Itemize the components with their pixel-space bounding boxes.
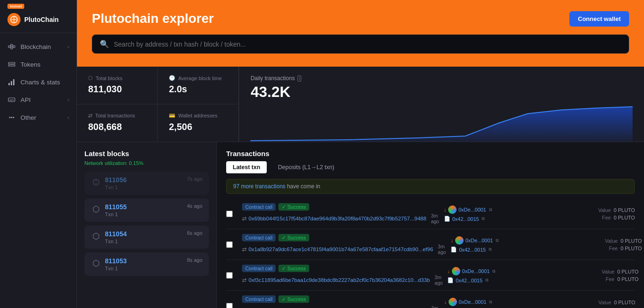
from-addr[interactable]: 0xDe...0001 (462, 268, 490, 274)
to-addr-row: 📄 0x42...0015 ⧉ (450, 246, 544, 253)
svg-rect-8 (11, 81, 12, 85)
avg-block-time-card: 🕐 Average block time 2.0s (158, 67, 238, 104)
badge-success: ✓ Success (278, 234, 309, 241)
badge-contract-call: Contract call (242, 203, 276, 211)
blockchain-chevron: › (68, 44, 69, 49)
total-blocks-label: ⬡ Total blocks (88, 75, 146, 81)
txn-main: Contract call ✓ Success ⇄ 0xf3c11895ad6b… (242, 265, 443, 286)
block-cube-icon (91, 231, 101, 241)
block-txn: Txn 1 (105, 185, 127, 190)
value-row: Value 0 PLUTO (545, 269, 638, 274)
badge-success: ✓ Success (278, 295, 309, 303)
sidebar-item-tokens[interactable]: Tokens (0, 55, 76, 73)
sidebar-item-blockchain[interactable]: Blockchain › (0, 38, 76, 55)
txn-value: Value 0 PLUTO Fee 0 PLUTO (548, 238, 642, 251)
txn-checkbox[interactable] (226, 241, 233, 248)
txn-time: 3m ago (431, 213, 439, 224)
copy-from-icon[interactable]: ⧉ (492, 269, 495, 274)
svg-rect-4 (11, 47, 13, 49)
total-txns-value: 808,668 (88, 122, 146, 132)
fee-row: Fee 0 PLUTO (545, 276, 638, 282)
bottom-section: Latest blocks Network utilization: 0.15%… (77, 142, 644, 308)
total-blocks-value: 811,030 (88, 84, 146, 95)
avg-block-time-value: 2.0s (169, 84, 227, 95)
sidebar-logo-area: testnet PlutoChain (0, 0, 76, 33)
txn-hash: ⇄ 0x69bb044f15c17f54bc87dae964d9b3fa20f8… (242, 213, 439, 224)
sidebar: testnet PlutoChain (0, 0, 77, 308)
copy-to-icon[interactable]: ⧉ (482, 216, 485, 221)
sidebar-item-charts[interactable]: Charts & stats (0, 73, 76, 91)
addr-down-arrow: ↓ (450, 238, 453, 243)
txn-main: Contract call ✓ Success ⇄ 0xb8a14330366c… (242, 295, 439, 308)
success-dot: ✓ (282, 266, 286, 271)
stats-left-grid: ⬡ Total blocks 811,030 🕐 Average block t… (77, 67, 239, 142)
txn-tabs: Latest txn Deposits (L1→L2 txn) (226, 161, 635, 173)
from-avatar (449, 298, 457, 306)
avg-block-time-label: 🕐 Average block time (169, 75, 227, 81)
daily-txns-value: 43.2K (250, 83, 633, 101)
testnet-badge: testnet (7, 4, 24, 9)
from-addr[interactable]: 0xDe...0001 (465, 238, 493, 243)
block-cube-icon (91, 177, 101, 187)
latest-blocks-panel: Latest blocks Network utilization: 0.15%… (77, 142, 217, 308)
copy-from-icon[interactable]: ⧉ (489, 300, 492, 305)
to-addr[interactable]: 0x42...0015 (452, 216, 479, 222)
from-addr-row: ↓ 0xDe...0001 ⧉ (447, 267, 540, 275)
network-utilization: Network utilization: 0.15% (84, 160, 209, 166)
connect-wallet-button[interactable]: Connect wallet (569, 11, 629, 27)
to-addr-row: 📄 0x42...0015 ⧉ (444, 216, 537, 222)
tab-deposits[interactable]: Deposits (L1→L2 txn) (271, 161, 341, 173)
latest-blocks-title: Latest blocks (84, 150, 209, 157)
block-item[interactable]: 811055 Txn 1 4s ago (84, 198, 209, 222)
block-txn: Txn 1 (105, 212, 127, 217)
txn-time: 3m ago (435, 274, 443, 286)
block-number: 811055 (105, 203, 127, 211)
txn-checkbox[interactable] (226, 303, 233, 308)
block-txn: Txn 1 (105, 239, 127, 244)
block-item[interactable]: 811054 Txn 1 6s ago (84, 226, 209, 249)
block-item[interactable]: 811053 Txn 1 8s ago (84, 253, 209, 276)
block-item[interactable]: 811056 Txn 1 7s ago (84, 171, 209, 195)
charts-icon (7, 78, 16, 86)
success-dot: ✓ (282, 235, 286, 240)
txn-addresses: ↓ 0xDe...0001 ⧉ 📄 0x42...0015 ⧉ (444, 205, 537, 222)
block-number: 811054 (105, 230, 127, 238)
svg-point-13 (11, 117, 13, 118)
sidebar-item-other[interactable]: Other › (0, 109, 76, 126)
txn-checkbox[interactable] (226, 272, 233, 279)
tokens-icon (7, 60, 16, 68)
txn-row: Contract call ✓ Success ⇄ 0xb8a14330366c… (226, 291, 635, 308)
fee-row: Fee 0 PLUTO (542, 215, 635, 220)
search-input[interactable] (114, 41, 621, 48)
txn-addresses: ↓ 0xDe...0001 ⧉ 📄 0x42...0015 ⧉ (450, 236, 544, 253)
txn-value: Value 0 PLUTO Fee 0 PLUTO (542, 207, 635, 220)
to-addr[interactable]: 0x42...0015 (459, 247, 486, 253)
from-addr[interactable]: 0xDe...0001 (459, 299, 486, 305)
search-icon: 🔍 (100, 40, 109, 48)
from-addr[interactable]: 0xDe...0001 (458, 207, 486, 212)
daily-txns-label: Daily transactions i (250, 75, 633, 82)
wallet-addresses-card: 💳 Wallet addresses 2,506 (158, 104, 238, 142)
sidebar-tokens-label: Tokens (21, 61, 41, 68)
wallet-addresses-value: 2,506 (169, 122, 227, 132)
sidebar-item-api[interactable]: API API › (0, 91, 76, 109)
other-chevron: › (68, 115, 69, 120)
block-number: 811053 (105, 257, 127, 265)
txn-main: Contract call ✓ Success ⇄ 0x69bb044f15c1… (242, 203, 439, 224)
to-addr[interactable]: 0x42...0015 (456, 278, 483, 283)
copy-to-icon[interactable]: ⧉ (485, 278, 488, 283)
sidebar-other-label: Other (21, 114, 36, 121)
copy-from-icon[interactable]: ⧉ (496, 238, 499, 243)
wallet-icon: 💳 (169, 113, 175, 119)
copy-to-icon[interactable]: ⧉ (489, 247, 492, 252)
transactions-panel: Transactions Latest txn Deposits (L1→L2 … (217, 142, 644, 308)
svg-rect-6 (8, 65, 15, 66)
logo-icon (7, 13, 21, 26)
tab-latest-txn[interactable]: Latest txn (226, 161, 267, 173)
daily-chart (250, 104, 633, 142)
badge-contract-call: Contract call (242, 234, 276, 241)
copy-from-icon[interactable]: ⧉ (489, 207, 492, 212)
from-avatar (448, 205, 457, 214)
txn-checkbox[interactable] (226, 211, 233, 217)
svg-text:API: API (9, 99, 14, 102)
